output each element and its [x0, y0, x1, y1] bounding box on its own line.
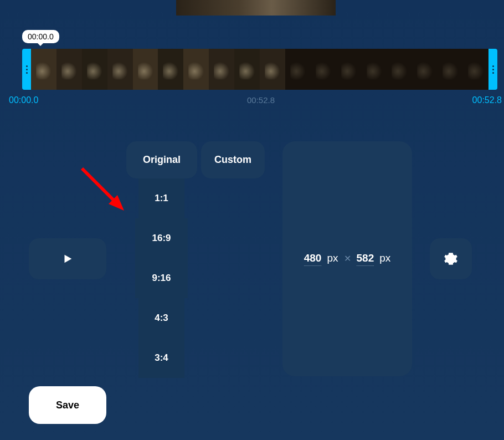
settings-button[interactable] [430, 238, 472, 279]
timeline-frame [158, 49, 183, 90]
trim-handle-right[interactable] [488, 49, 497, 90]
timeline-frame [463, 49, 488, 90]
svg-line-0 [82, 168, 119, 205]
height-value[interactable]: 582 [357, 252, 374, 266]
timeline-frame [107, 49, 133, 90]
play-button[interactable] [29, 238, 106, 279]
timeline-frame [56, 49, 82, 90]
tab-custom[interactable]: Custom [201, 141, 265, 178]
annotation-arrow-icon [78, 164, 133, 219]
aspect-ratio-list: 1:1 16:9 9:16 4:3 3:4 [135, 178, 188, 378]
timeline-strip[interactable] [22, 49, 497, 90]
time-mid-label: 00:52.8 [247, 95, 275, 105]
play-icon [61, 253, 74, 265]
timeline-frame [412, 49, 438, 90]
gear-icon [444, 252, 458, 266]
timeline-frame [362, 49, 387, 90]
timeline-frame [31, 49, 56, 90]
timeline-frame [387, 49, 412, 90]
playhead-time-badge: 00:00.0 [22, 30, 59, 43]
timeline-frame [260, 49, 285, 90]
timeline-frame [183, 49, 209, 90]
timeline-frame [234, 49, 260, 90]
tab-original[interactable]: Original [126, 141, 197, 178]
height-unit: px [379, 252, 390, 264]
ratio-16-9[interactable]: 16:9 [135, 218, 188, 258]
time-start-label: 00:00.0 [9, 95, 38, 105]
width-value[interactable]: 480 [304, 252, 322, 266]
dimensions-panel: 480 px ✕ 582 px [282, 141, 412, 376]
timeline-frame [285, 49, 311, 90]
timeline-frame [82, 49, 107, 90]
frames-strip[interactable] [31, 49, 488, 90]
trim-handle-left[interactable] [22, 49, 31, 90]
ratio-9-16[interactable]: 9:16 [135, 258, 188, 298]
timeline-frame [209, 49, 234, 90]
timeline-frame [438, 49, 463, 90]
timeline-frame [336, 49, 362, 90]
timeline-frame [311, 49, 336, 90]
time-end-label: 00:52.8 [472, 95, 502, 105]
timeline-frame [133, 49, 158, 90]
video-preview-thumb [176, 0, 336, 16]
save-button[interactable]: Save [29, 386, 106, 424]
ratio-1-1[interactable]: 1:1 [138, 178, 184, 218]
width-unit: px [327, 252, 338, 264]
dimensions-row: 480 px ✕ 582 px [304, 252, 391, 266]
dimension-separator-icon: ✕ [344, 253, 351, 264]
ratio-4-3[interactable]: 4:3 [138, 298, 184, 338]
ratio-3-4[interactable]: 3:4 [138, 338, 184, 378]
svg-marker-1 [109, 195, 124, 211]
